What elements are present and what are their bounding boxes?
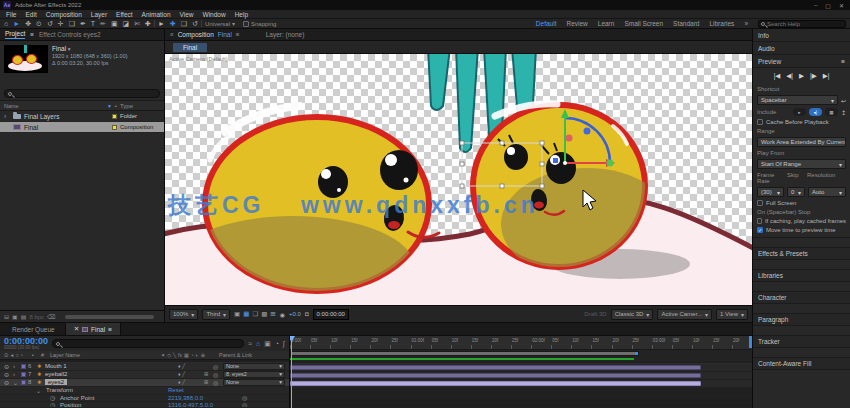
tool-icon[interactable]: ✛ (58, 20, 64, 28)
snapshot-camera-icon[interactable]: ◘ (305, 311, 309, 317)
track-row-mouth[interactable] (290, 364, 752, 372)
tool-icon[interactable]: ✚ (145, 20, 151, 28)
reset-link[interactable]: Reset (168, 387, 184, 393)
twirl-icon[interactable]: › (13, 363, 19, 369)
full-screen-toggle[interactable]: Full Screen (757, 200, 846, 206)
transport-button[interactable]: ▶| (823, 72, 830, 80)
close-icon[interactable]: ✕ (839, 2, 844, 9)
menu-item[interactable]: Window (203, 11, 226, 18)
menu-item[interactable]: View (180, 11, 194, 18)
move-time-toggle[interactable]: ✓ Move time to preview time (757, 227, 846, 233)
twirl-icon[interactable]: › (4, 113, 10, 120)
skip-dropdown[interactable]: 0▾ (787, 187, 805, 197)
view-layout-dropdown[interactable]: 1 View▾ (716, 309, 748, 320)
transport-button[interactable]: ◀| (786, 72, 793, 80)
range-dropdown[interactable]: Work Area Extended By Current...▾ (757, 137, 846, 147)
tool-icon[interactable]: ▣ (111, 20, 118, 28)
export-icon[interactable]: ↥ (841, 109, 846, 116)
switch-column-icon[interactable]: ◐ (196, 352, 199, 358)
tool-icon[interactable]: ◪ (123, 20, 130, 28)
position-value[interactable]: 1316.0,497.5,0.0 (168, 402, 213, 407)
menu-item[interactable]: Animation (142, 11, 171, 18)
label-color-chip[interactable] (112, 114, 117, 119)
transport-button[interactable]: |◀ (774, 72, 781, 80)
panel-section-header[interactable]: Info (753, 29, 850, 42)
menu-item[interactable]: Help (235, 11, 248, 18)
sort-arrow-icon[interactable]: ▼ (107, 103, 112, 109)
preview-time-chip[interactable]: 0:00:00:00 (313, 309, 349, 320)
switch-column-icon[interactable]: ▦ (184, 352, 189, 358)
panel-section-header[interactable]: Paragraph (753, 313, 850, 326)
project-footer-icon[interactable]: ▤ (21, 313, 27, 320)
workspace-default[interactable]: Default (536, 20, 557, 27)
label-color-chip[interactable] (21, 364, 26, 369)
twirl-icon[interactable]: ⌄ (13, 379, 19, 386)
workspace-item[interactable]: Review (566, 20, 587, 27)
cache-before-playback-toggle[interactable]: Cache Before Playback (757, 119, 846, 125)
panel-section-header[interactable]: Tracker (753, 335, 850, 348)
help-search[interactable] (758, 20, 846, 28)
timeline-option-icon[interactable]: ≈ (248, 340, 252, 348)
twirl-icon[interactable]: ⌄ (36, 387, 41, 394)
comp-subtab-final[interactable]: Final (173, 43, 207, 52)
layer-name[interactable]: eyeball2 (45, 371, 176, 377)
close-icon[interactable]: ✕ (74, 325, 79, 333)
comp-viewport[interactable]: Active Camera (Default) (165, 54, 752, 305)
tool-icon[interactable]: ⌂ (4, 20, 8, 27)
visibility-eye-icon[interactable]: ⊙ (4, 371, 11, 378)
playhead[interactable] (291, 336, 292, 408)
tab-composition-name[interactable]: Final (218, 31, 232, 38)
property-pickwhip-icon[interactable]: ◎ (242, 394, 247, 401)
layer-row-eyes2-selected[interactable]: ⊙ ⌄ 8 ✱ eyes2 ♦ ╱ ⊞ ◎ None▾ (0, 379, 289, 387)
maximize-icon[interactable]: ▢ (825, 2, 831, 9)
tool-icon[interactable]: ✚ (170, 20, 176, 28)
layer-switches[interactable]: ♦ ╱ (178, 379, 202, 385)
project-footer-icon[interactable]: ⊟ (4, 313, 9, 320)
renderer-dropdown[interactable]: Classic 3D▾ (611, 309, 654, 320)
view-option-icon[interactable]: ▦ (243, 310, 249, 318)
draft-3d-button[interactable]: Draft 3D (584, 311, 606, 317)
eye-column-icon[interactable]: ⊙ (4, 352, 9, 358)
layer-duration-bar[interactable] (290, 365, 701, 370)
panel-menu-icon[interactable]: ≡ (108, 326, 112, 333)
parent-pickwhip-icon[interactable]: ◎ (213, 363, 221, 370)
layer-switches[interactable]: ♦ ╱ (178, 363, 202, 369)
label-column-icon[interactable]: ▪ (32, 352, 39, 358)
include-audio-toggle[interactable]: ◂) (809, 108, 822, 116)
visibility-eye-icon[interactable]: ⊙ (4, 379, 11, 386)
snapping-checkbox[interactable] (243, 21, 249, 27)
position-row[interactable]: ◷ Position 1316.0,497.5,0.0 ◎ (0, 402, 289, 408)
layer-row-eyeball[interactable]: ⊙ › 7 ✱ eyeball2 ♦ ╱ ⊞ ◎ 8. eyes2▾ (0, 371, 289, 379)
include-video-toggle[interactable]: ▸ (793, 108, 806, 116)
workspace-overflow-icon[interactable]: » (744, 20, 748, 27)
column-type[interactable]: Type (120, 103, 160, 109)
stopwatch-icon[interactable]: ◷ (50, 402, 55, 408)
resolution-dropdown[interactable]: Third▾ (202, 309, 230, 320)
project-footer-icon[interactable]: ▣ (12, 313, 18, 320)
track-row-eyeball[interactable] (290, 372, 752, 380)
audio-column-icon[interactable]: ◂ (11, 352, 14, 358)
panel-section-header[interactable]: Libraries (753, 269, 850, 282)
channels-icon[interactable]: ◉ (280, 311, 285, 318)
panel-chevron-icon[interactable]: « (170, 31, 174, 38)
tool-icon[interactable]: ✏ (100, 20, 106, 28)
workspace-item[interactable]: Small Screen (624, 20, 663, 27)
panel-section-header[interactable]: Audio (753, 42, 850, 55)
panel-section-header[interactable]: Character (753, 291, 850, 304)
layer-switches[interactable]: ♦ ╱ (178, 371, 202, 377)
tab-timeline-final[interactable]: ✕ Final ≡ (65, 322, 121, 335)
workspace-item[interactable]: Libraries (709, 20, 734, 27)
anchor-point-row[interactable]: ◷ Anchor Point 2219,388,0.0 ◎ (0, 395, 289, 403)
timeline-option-icon[interactable]: ∫ (283, 340, 285, 348)
universal-dropdown[interactable]: Universal▾ (205, 20, 235, 27)
snapping-toggle[interactable]: Snapping (243, 21, 276, 27)
timeline-track-area[interactable]: 0:00f05f10f15f20f25f01:00f05f10f15f20f25… (290, 336, 752, 408)
tool-icon[interactable]: ✒ (80, 20, 86, 28)
panel-menu-icon[interactable]: ≡ (236, 31, 240, 38)
switch-column-icon[interactable]: fx (178, 352, 182, 358)
menu-item[interactable]: Composition (46, 11, 82, 18)
layer-name-column[interactable]: Layer Name (50, 352, 159, 358)
tool-icon[interactable]: ✄ (134, 20, 140, 28)
tool-icon[interactable]: ⊙ (36, 20, 42, 28)
tool-icon[interactable]: ► (158, 20, 165, 27)
